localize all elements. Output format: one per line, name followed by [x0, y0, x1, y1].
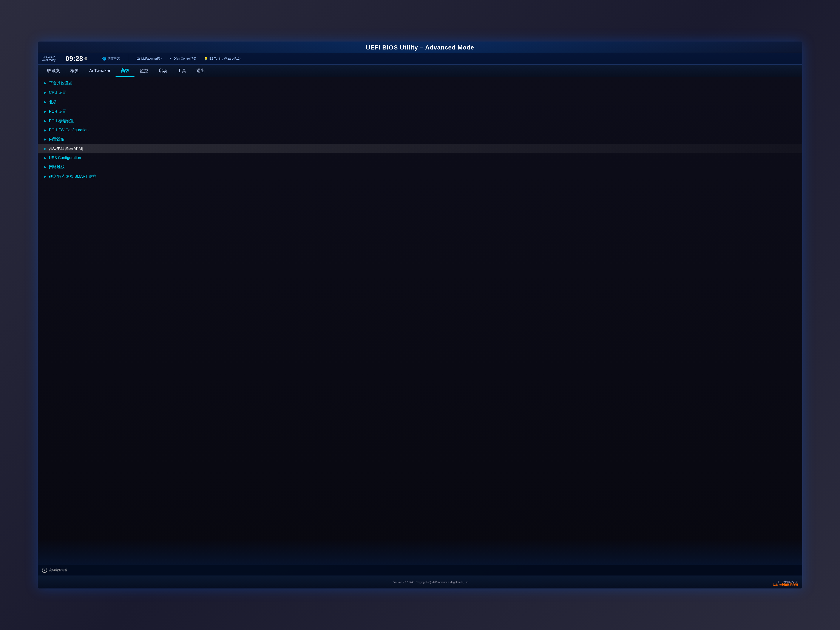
menu-item-cpu[interactable]: ▶CPU 设置: [38, 88, 802, 97]
divider-1: [94, 54, 94, 63]
menu-item-platform[interactable]: ▶平台其他设置: [38, 78, 802, 88]
eztuning-icon: 💡: [204, 57, 208, 61]
time-value: 09:28: [66, 55, 83, 63]
menu-item-pch-fw[interactable]: ▶PCH-FW Configuration: [38, 126, 802, 134]
bios-screen: UEFI BIOS Utility – Advanced Mode 04/06/…: [38, 41, 802, 588]
arrow-icon-apm: ▶: [44, 147, 46, 150]
myfavorite-label: MyFavorite(F3): [141, 57, 162, 60]
bios-title: UEFI BIOS Utility – Advanced Mode: [366, 44, 474, 51]
bottom-bar: i 高级电源管理: [38, 565, 802, 576]
nav-tab-exit[interactable]: 退出: [191, 65, 210, 77]
watermark: 头条 @电脑数码杂谈: [772, 583, 798, 587]
header: UEFI BIOS Utility – Advanced Mode 04/06/…: [38, 41, 802, 65]
menu-label-northbridge: 北桥: [49, 99, 57, 104]
menu-label-platform: 平台其他设置: [49, 81, 72, 86]
menu-label-network: 网络堆栈: [49, 164, 65, 169]
menu-label-apm: 高级电源管理(APM): [49, 146, 83, 151]
nav-tab-overview[interactable]: 概要: [65, 65, 84, 77]
qfan-label: Qfan Control(F6): [174, 57, 196, 60]
eztuning-label: EZ Tuning Wizard(F11): [209, 57, 240, 60]
header-title-bar: UEFI BIOS Utility – Advanced Mode: [38, 41, 802, 53]
menu-item-pch-storage[interactable]: ▶PCH 存储设置: [38, 116, 802, 126]
menu-label-pch-fw: PCH-FW Configuration: [49, 128, 88, 132]
menu-label-smart: 硬盘/固态硬盘 SMART 信息: [49, 174, 96, 179]
nav-tab-favorites[interactable]: 收藏夹: [42, 65, 65, 77]
menu-item-usb[interactable]: ▶USB Configuration: [38, 153, 802, 162]
arrow-icon-northbridge: ▶: [44, 100, 46, 104]
arrow-icon-platform: ▶: [44, 81, 46, 85]
main-content: ▶平台其他设置▶CPU 设置▶北桥▶PCH 设置▶PCH 存储设置▶PCH-FW…: [38, 77, 802, 565]
monitor-wrapper: UEFI BIOS Utility – Advanced Mode 04/06/…: [0, 0, 840, 630]
qfan-button[interactable]: ✂ Qfan Control(F6): [167, 56, 198, 62]
menu-label-builtin: 内置设备: [49, 137, 65, 142]
nav-tab-advanced[interactable]: 高级: [115, 65, 134, 77]
arrow-icon-network: ▶: [44, 165, 46, 169]
arrow-icon-pch-fw: ▶: [44, 128, 46, 132]
arrow-icon-cpu: ▶: [44, 91, 46, 94]
arrow-icon-usb: ▶: [44, 156, 46, 159]
datetime-block: 04/06/2022 Wednesday: [42, 55, 61, 62]
nav-tab-tools[interactable]: 工具: [172, 65, 191, 77]
footer-version: Version 2.17.1246. Copyright (C) 2019 Am…: [85, 581, 778, 584]
menu-label-usb: USB Configuration: [49, 156, 81, 160]
nav-tab-ai-tweaker[interactable]: Ai Tweaker: [84, 65, 116, 76]
divider-2: [128, 54, 128, 63]
time-display: 09:28 ⚙: [66, 55, 88, 63]
menu-item-network[interactable]: ▶网络堆栈: [38, 162, 802, 172]
menu-item-pch[interactable]: ▶PCH 设置: [38, 107, 802, 116]
nav-tab-boot[interactable]: 启动: [153, 65, 172, 77]
footer: Version 2.17.1246. Copyright (C) 2019 Am…: [38, 576, 802, 589]
menu-label-cpu: CPU 设置: [49, 90, 66, 95]
nav-tab-monitor[interactable]: 监控: [134, 65, 153, 77]
menu-label-pch-storage: PCH 存储设置: [49, 118, 74, 123]
circuit-bg: [38, 539, 802, 565]
myfavorite-button[interactable]: 🖼 MyFavorite(F3): [135, 56, 163, 61]
language-button[interactable]: 🌐 简体中文: [101, 56, 122, 62]
eztuning-button[interactable]: 💡 EZ Tuning Wizard(F11): [202, 56, 242, 62]
bottom-info-text: 高级电源管理: [49, 568, 67, 572]
menu-list: ▶平台其他设置▶CPU 设置▶北桥▶PCH 设置▶PCH 存储设置▶PCH-FW…: [38, 77, 802, 183]
globe-icon: 🌐: [102, 57, 106, 61]
arrow-icon-pch-storage: ▶: [44, 119, 46, 123]
menu-item-smart[interactable]: ▶硬盘/固态硬盘 SMART 信息: [38, 172, 802, 181]
arrow-icon-smart: ▶: [44, 175, 46, 178]
arrow-icon-builtin: ▶: [44, 137, 46, 141]
qfan-icon: ✂: [169, 57, 172, 61]
date-display: 04/06/2022: [42, 55, 61, 58]
menu-item-apm[interactable]: ▶高级电源管理(APM): [38, 144, 802, 153]
menu-label-pch: PCH 设置: [49, 109, 66, 114]
menu-item-northbridge[interactable]: ▶北桥: [38, 97, 802, 107]
myfavorite-icon: 🖼: [136, 57, 140, 60]
nav-tabs: 收藏夹概要Ai Tweaker高级监控启动工具退出: [38, 65, 802, 77]
menu-item-builtin[interactable]: ▶内置设备: [38, 134, 802, 144]
arrow-icon-pch: ▶: [44, 110, 46, 113]
gear-icon[interactable]: ⚙: [84, 56, 87, 61]
language-label: 简体中文: [108, 57, 120, 60]
day-display: Wednesday: [42, 58, 61, 62]
info-icon: i: [42, 568, 47, 573]
header-info-bar: 04/06/2022 Wednesday 09:28 ⚙ 🌐 简体中文 🖼 My…: [38, 53, 802, 64]
